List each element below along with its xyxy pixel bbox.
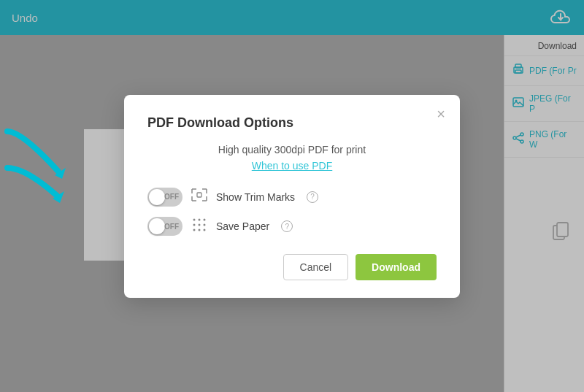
cancel-button[interactable]: Cancel xyxy=(283,254,349,280)
modal-close-button[interactable]: × xyxy=(437,107,445,121)
svg-point-31 xyxy=(204,228,206,231)
svg-point-24 xyxy=(199,218,201,220)
trim-marks-knob xyxy=(149,189,165,205)
pdf-download-modal: PDF Download Options × High quality 300d… xyxy=(124,95,460,298)
trim-marks-state: OFF xyxy=(164,193,179,201)
modal-footer: Cancel Download xyxy=(147,254,437,280)
svg-point-27 xyxy=(199,223,201,226)
trim-marks-label: Show Trim Marks xyxy=(216,191,295,203)
modal-overlay: PDF Download Options × High quality 300d… xyxy=(0,0,584,392)
save-paper-icon xyxy=(191,217,207,237)
save-paper-toggle[interactable]: OFF xyxy=(147,217,182,236)
trim-marks-icon xyxy=(191,188,207,205)
download-button[interactable]: Download xyxy=(356,254,437,280)
svg-rect-22 xyxy=(197,193,201,197)
svg-point-23 xyxy=(193,218,196,220)
modal-subtitle: High quality 300dpi PDF for print xyxy=(147,144,437,155)
modal-title: PDF Download Options xyxy=(147,115,437,131)
svg-point-25 xyxy=(204,218,206,220)
when-to-use-pdf-link[interactable]: When to use PDF xyxy=(147,160,437,172)
save-paper-knob xyxy=(149,218,165,234)
trim-marks-help-icon[interactable]: ? xyxy=(307,191,318,203)
trim-marks-row: OFF Show Trim Marks ? xyxy=(147,188,437,207)
svg-point-28 xyxy=(204,223,206,226)
svg-point-30 xyxy=(199,228,201,231)
save-paper-label: Save Paper xyxy=(216,220,269,232)
save-paper-help-icon[interactable]: ? xyxy=(281,220,293,232)
save-paper-state: OFF xyxy=(164,223,179,231)
svg-point-26 xyxy=(193,223,196,226)
save-paper-row: OFF Save Paper ? xyxy=(147,217,437,237)
trim-marks-toggle[interactable]: OFF xyxy=(147,188,182,207)
svg-point-29 xyxy=(193,228,196,231)
